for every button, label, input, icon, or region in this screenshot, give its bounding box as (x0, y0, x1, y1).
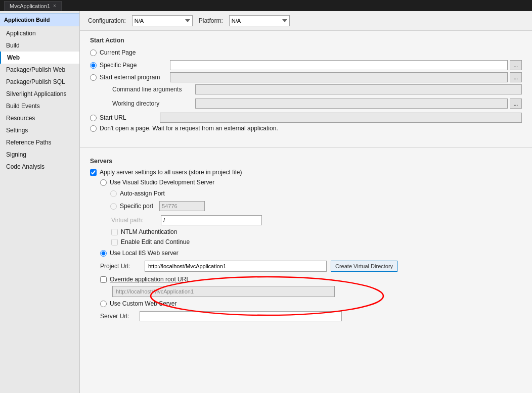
override-app-root-label[interactable]: Override application root URL (110, 276, 190, 283)
start-url-row: Start URL (90, 113, 522, 123)
specific-port-radio[interactable] (110, 203, 117, 210)
command-line-args-label: Command line arguments (112, 86, 193, 93)
start-external-program-browse-button[interactable]: ... (510, 72, 522, 82)
specific-port-row: Specific port (110, 201, 522, 211)
virtual-path-row: Virtual path: (111, 215, 522, 225)
enable-edit-continue-label[interactable]: Enable Edit and Continue (121, 238, 190, 245)
specific-page-input[interactable] (170, 60, 508, 70)
apply-server-settings-row: Apply server settings to all users (stor… (90, 169, 522, 176)
ntlm-auth-row: NTLM Authentication (111, 228, 522, 235)
sidebar-item-web[interactable]: Web (0, 52, 79, 64)
use-local-iis-radio[interactable] (100, 250, 107, 257)
use-vs-dev-server-row: Use Visual Studio Development Server (100, 179, 522, 186)
close-icon[interactable]: × (53, 3, 56, 9)
sidebar-item-settings[interactable]: Settings (0, 124, 79, 136)
dont-open-label[interactable]: Don't open a page. Wait for a request fr… (100, 125, 278, 132)
start-url-input[interactable] (160, 113, 522, 123)
specific-page-row: Specific Page ... (90, 60, 522, 70)
use-vs-dev-server-label[interactable]: Use Visual Studio Development Server (110, 179, 214, 186)
content-area: Configuration: N/A Platform: N/A Start A… (80, 11, 532, 393)
command-line-args-input[interactable] (195, 84, 522, 94)
sidebar-item-silverlight[interactable]: Silverlight Applications (0, 88, 79, 100)
server-url-label: Server Url: (100, 313, 136, 320)
working-directory-input[interactable] (195, 99, 508, 109)
use-custom-web-server-radio[interactable] (100, 301, 107, 307)
working-directory-row: Working directory ... (112, 99, 522, 109)
config-bar: Configuration: N/A Platform: N/A (80, 11, 532, 31)
start-action-title: Start Action (90, 37, 522, 44)
configuration-select[interactable]: N/A (132, 15, 193, 26)
specific-page-radio[interactable] (90, 62, 97, 69)
use-vs-dev-server-radio[interactable] (100, 179, 107, 186)
start-url-label[interactable]: Start URL (100, 114, 126, 121)
start-external-program-label[interactable]: Start external program (100, 74, 160, 81)
working-directory-browse-button[interactable]: ... (510, 99, 522, 109)
working-directory-label: Working directory (112, 100, 193, 107)
virtual-path-label: Virtual path: (111, 217, 157, 224)
ntlm-auth-checkbox[interactable] (111, 229, 118, 235)
auto-assign-port-radio[interactable] (110, 190, 117, 197)
title-bar: MvcApplication1 × (0, 0, 532, 11)
document-tab[interactable]: MvcApplication1 × (4, 1, 62, 11)
start-external-program-input[interactable] (170, 72, 508, 82)
sidebar-section-header: Application Build (0, 13, 79, 26)
servers-section: Servers Apply server settings to all use… (80, 153, 532, 326)
platform-select[interactable]: N/A (229, 15, 290, 26)
current-page-radio[interactable] (90, 50, 97, 56)
auto-assign-port-label[interactable]: Auto-assign Port (120, 190, 165, 197)
enable-edit-continue-row: Enable Edit and Continue (111, 238, 522, 245)
platform-label: Platform: (199, 17, 223, 24)
override-app-root-checkbox[interactable] (100, 276, 107, 283)
sidebar-item-build[interactable]: Build (0, 39, 79, 52)
dont-open-row: Don't open a page. Wait for a request fr… (90, 125, 522, 132)
specific-port-input[interactable] (159, 201, 205, 211)
sidebar-item-package-publish-web[interactable]: Package/Publish Web (0, 64, 79, 76)
config-label: Configuration: (88, 17, 126, 24)
server-url-row: Server Url: (100, 311, 522, 321)
ntlm-auth-label[interactable]: NTLM Authentication (121, 228, 177, 235)
sidebar-item-resources[interactable]: Resources (0, 112, 79, 124)
sidebar-item-application[interactable]: Application (0, 27, 79, 39)
override-app-root-input[interactable] (112, 286, 335, 297)
tab-label: MvcApplication1 (10, 3, 50, 9)
use-local-iis-row: Use Local IIS Web server (100, 250, 522, 257)
sidebar-item-build-events[interactable]: Build Events (0, 100, 79, 112)
sidebar-item-signing[interactable]: Signing (0, 149, 79, 161)
project-url-row: Project Url: Create Virtual Directory (100, 261, 522, 272)
specific-page-label[interactable]: Specific Page (100, 62, 137, 69)
command-line-args-row: Command line arguments (112, 84, 522, 94)
apply-server-settings-label[interactable]: Apply server settings to all users (stor… (100, 169, 242, 176)
sidebar-item-reference-paths[interactable]: Reference Paths (0, 136, 79, 149)
dont-open-radio[interactable] (90, 125, 97, 132)
current-page-row: Current Page (90, 49, 522, 56)
sidebar: Application Build Application Build Web … (0, 11, 80, 393)
divider-1 (80, 147, 532, 148)
current-page-label[interactable]: Current Page (100, 49, 136, 56)
specific-page-browse-button[interactable]: ... (510, 60, 522, 70)
enable-edit-continue-checkbox[interactable] (111, 239, 118, 245)
use-local-iis-label[interactable]: Use Local IIS Web server (110, 250, 179, 257)
create-virtual-directory-button[interactable]: Create Virtual Directory (331, 261, 397, 272)
auto-assign-port-row: Auto-assign Port (110, 190, 522, 197)
project-url-input[interactable] (145, 261, 327, 272)
start-action-section: Start Action Current Page Specific Page … (80, 31, 532, 142)
sidebar-item-code-analysis[interactable]: Code Analysis (0, 161, 79, 173)
use-custom-web-server-label[interactable]: Use Custom Web Server (110, 300, 177, 307)
override-app-root-row: Override application root URL (100, 276, 522, 283)
start-external-program-radio[interactable] (90, 74, 97, 81)
specific-port-label[interactable]: Specific port (120, 203, 153, 210)
start-external-program-row: Start external program ... (90, 72, 522, 82)
virtual-path-input[interactable] (161, 215, 262, 225)
sidebar-item-package-publish-sql[interactable]: Package/Publish SQL (0, 76, 79, 88)
main-container: Application Build Application Build Web … (0, 11, 532, 393)
servers-title: Servers (90, 158, 522, 165)
use-custom-web-server-row: Use Custom Web Server (100, 300, 522, 307)
project-url-label: Project Url: (100, 263, 141, 270)
server-url-input[interactable] (140, 311, 342, 321)
apply-server-settings-checkbox[interactable] (90, 169, 97, 176)
start-url-radio[interactable] (90, 115, 97, 121)
